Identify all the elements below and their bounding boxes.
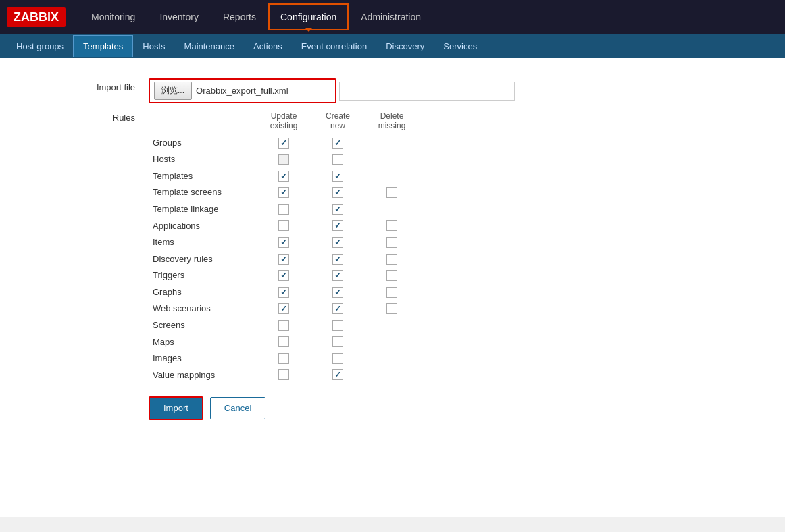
- rule-update-checkbox[interactable]: [257, 317, 311, 334]
- rule-delete-checkbox[interactable]: [365, 300, 419, 317]
- nav-configuration[interactable]: Configuration: [268, 3, 349, 30]
- subnav-services[interactable]: Services: [434, 36, 486, 57]
- subnav-event-correlation[interactable]: Event correlation: [292, 36, 377, 57]
- rule-delete-checkbox[interactable]: [365, 284, 419, 300]
- table-row: Web scenarios: [149, 300, 419, 317]
- table-row: Discovery rules: [149, 250, 419, 267]
- rule-update-checkbox[interactable]: [257, 350, 311, 367]
- col-update-existing: Update existing: [257, 110, 311, 134]
- rule-delete-checkbox[interactable]: [365, 201, 419, 217]
- rule-create-checkbox[interactable]: [311, 267, 365, 284]
- content-area: Import file 浏览... Orabbix_export_full.xm…: [0, 58, 785, 517]
- rule-delete-checkbox[interactable]: [365, 234, 419, 250]
- rule-name: Triggers: [149, 267, 257, 284]
- subnav-host-groups[interactable]: Host groups: [7, 36, 73, 57]
- rule-delete-checkbox[interactable]: [365, 267, 419, 284]
- rule-delete-checkbox[interactable]: [365, 334, 419, 350]
- rule-update-checkbox[interactable]: [257, 300, 311, 317]
- rule-update-checkbox[interactable]: [257, 217, 311, 234]
- rule-name: Maps: [149, 334, 257, 350]
- rule-name: Value mappings: [149, 367, 257, 383]
- table-row: Applications: [149, 217, 419, 234]
- rule-update-checkbox[interactable]: [257, 334, 311, 350]
- rule-update-checkbox[interactable]: [257, 234, 311, 250]
- rule-name: Items: [149, 234, 257, 250]
- rule-update-checkbox[interactable]: [257, 367, 311, 383]
- rule-delete-checkbox[interactable]: [365, 184, 419, 201]
- rule-delete-checkbox[interactable]: [365, 217, 419, 234]
- rule-create-checkbox[interactable]: [311, 217, 365, 234]
- rule-name: Images: [149, 350, 257, 367]
- rule-create-checkbox[interactable]: [311, 234, 365, 250]
- rule-delete-checkbox[interactable]: [365, 134, 419, 151]
- table-row: Template screens: [149, 184, 419, 201]
- nav-monitoring[interactable]: Monitoring: [79, 2, 147, 32]
- subnav-maintenance[interactable]: Maintenance: [175, 36, 244, 57]
- nav-inventory[interactable]: Inventory: [147, 2, 211, 32]
- subnav-actions[interactable]: Actions: [244, 36, 292, 57]
- rule-update-checkbox[interactable]: [257, 134, 311, 151]
- browse-button[interactable]: 浏览...: [154, 82, 192, 100]
- subnav-discovery[interactable]: Discovery: [376, 36, 434, 57]
- rule-create-checkbox[interactable]: [311, 134, 365, 151]
- rule-update-checkbox[interactable]: [257, 250, 311, 267]
- file-name-display: Orabbix_export_full.xml: [196, 86, 331, 96]
- table-row: Triggers: [149, 267, 419, 284]
- rule-name: Groups: [149, 134, 257, 151]
- rule-create-checkbox[interactable]: [311, 300, 365, 317]
- rule-name: Web scenarios: [149, 300, 257, 317]
- file-path-input[interactable]: [339, 82, 515, 101]
- file-input-area: 浏览... Orabbix_export_full.xml: [149, 78, 515, 103]
- rule-name: Applications: [149, 217, 257, 234]
- rule-update-checkbox[interactable]: [257, 167, 311, 184]
- rule-name: Templates: [149, 167, 257, 184]
- rule-create-checkbox[interactable]: [311, 151, 365, 168]
- nav-administration[interactable]: Administration: [349, 2, 433, 32]
- cancel-button[interactable]: Cancel: [210, 397, 265, 419]
- rule-delete-checkbox[interactable]: [365, 167, 419, 184]
- rule-create-checkbox[interactable]: [311, 201, 365, 217]
- rule-name: Graphs: [149, 284, 257, 300]
- table-row: Graphs: [149, 284, 419, 300]
- rule-create-checkbox[interactable]: [311, 184, 365, 201]
- rule-delete-checkbox[interactable]: [365, 151, 419, 168]
- import-file-label: Import file: [14, 78, 149, 92]
- rule-update-checkbox[interactable]: [257, 284, 311, 300]
- table-row: Screens: [149, 317, 419, 334]
- nav-reports[interactable]: Reports: [211, 2, 268, 32]
- rule-name: Screens: [149, 317, 257, 334]
- button-row: Import Cancel: [149, 396, 771, 420]
- rule-delete-checkbox[interactable]: [365, 317, 419, 334]
- rule-create-checkbox[interactable]: [311, 284, 365, 300]
- rule-name: Discovery rules: [149, 250, 257, 267]
- rule-create-checkbox[interactable]: [311, 334, 365, 350]
- rule-update-checkbox[interactable]: [257, 267, 311, 284]
- rules-table: Update existing Create new Delete missin…: [149, 110, 419, 383]
- col-rule-name: [149, 110, 257, 134]
- logo[interactable]: ZABBIX: [7, 7, 66, 27]
- table-row: Template linkage: [149, 201, 419, 217]
- rule-update-checkbox[interactable]: [257, 201, 311, 217]
- col-delete-missing: Delete missing: [365, 110, 419, 134]
- table-row: Groups: [149, 134, 419, 151]
- subnav-templates[interactable]: Templates: [73, 35, 133, 57]
- rule-update-checkbox[interactable]: [257, 184, 311, 201]
- rules-section: Rules Update existing Create new Delete …: [14, 110, 771, 383]
- rule-create-checkbox[interactable]: [311, 250, 365, 267]
- rule-create-checkbox[interactable]: [311, 167, 365, 184]
- rule-update-checkbox[interactable]: [257, 151, 311, 168]
- rule-delete-checkbox[interactable]: [365, 367, 419, 383]
- rule-delete-checkbox[interactable]: [365, 350, 419, 367]
- col-create-new: Create new: [311, 110, 365, 134]
- file-box: 浏览... Orabbix_export_full.xml: [149, 78, 336, 103]
- table-row: Value mappings: [149, 367, 419, 383]
- import-button[interactable]: Import: [149, 396, 203, 420]
- main-nav: Monitoring Inventory Reports Configurati…: [79, 2, 778, 32]
- rule-create-checkbox[interactable]: [311, 317, 365, 334]
- rule-create-checkbox[interactable]: [311, 367, 365, 383]
- table-row: Items: [149, 234, 419, 250]
- topbar: ZABBIX Monitoring Inventory Reports Conf…: [0, 0, 785, 34]
- rule-delete-checkbox[interactable]: [365, 250, 419, 267]
- subnav-hosts[interactable]: Hosts: [133, 36, 174, 57]
- rule-create-checkbox[interactable]: [311, 350, 365, 367]
